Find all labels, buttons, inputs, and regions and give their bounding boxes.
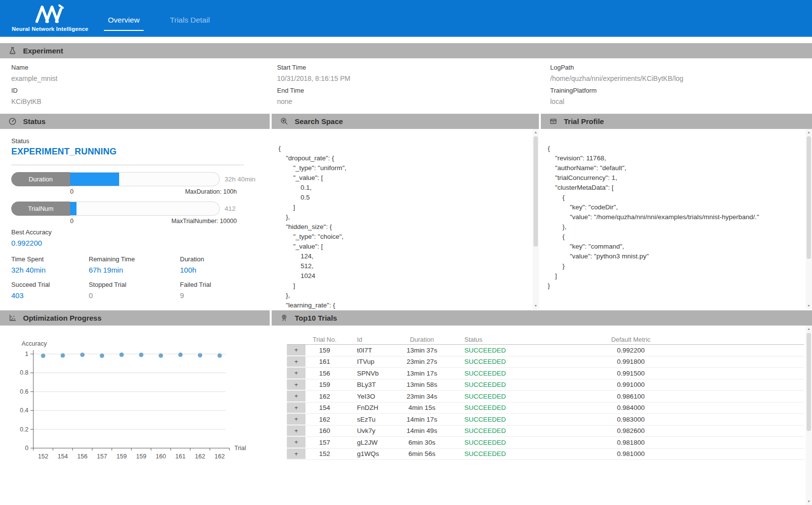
column-header-default-metric: Default Metric bbox=[558, 336, 804, 343]
expand-button[interactable]: + bbox=[287, 379, 305, 391]
top10-scrollbar[interactable]: ▲ ▼ bbox=[806, 326, 812, 505]
expand-button[interactable]: + bbox=[287, 345, 305, 356]
trialnum-progress-fill bbox=[70, 202, 76, 215]
metric-value: 32h 40min bbox=[11, 266, 89, 274]
metric-label: Failed Trial bbox=[180, 281, 211, 288]
experiment-section-header: Experiment bbox=[0, 43, 812, 58]
scroll-down-arrow[interactable]: ▼ bbox=[806, 303, 812, 309]
status-label: Status bbox=[11, 137, 29, 145]
table-row: +160Uvk7y14min 49sSUCCEEDED0.982600 bbox=[287, 426, 804, 437]
y-tick-label: 1 bbox=[25, 351, 28, 357]
trial-id-cell: SPNVb bbox=[344, 370, 399, 377]
metric-label: Remaining Time bbox=[89, 255, 180, 263]
top10-rows: +159t0I7T13min 37sSUCCEEDED0.992200+161I… bbox=[287, 345, 804, 460]
progress-value: 412 bbox=[225, 202, 236, 216]
y-tick-label: 0.8 bbox=[20, 369, 28, 376]
trial-profile-scrollbar[interactable]: ▲ ▼ bbox=[806, 129, 812, 309]
scroll-thumb[interactable] bbox=[807, 136, 811, 259]
search-space-scrollbar[interactable]: ▲ ▼ bbox=[533, 129, 539, 309]
experiment-col-3: LogPath/home/quzha/nni/experiments/KCiBy… bbox=[550, 64, 806, 110]
x-tick-label: 159 bbox=[136, 453, 147, 460]
expand-button[interactable]: + bbox=[287, 391, 305, 402]
field-label: Name bbox=[11, 64, 277, 71]
table-row: +156SPNVb13min 17sSUCCEEDED0.991500 bbox=[287, 368, 804, 379]
expand-button[interactable]: + bbox=[287, 414, 305, 425]
duration-cell: 13min 37s bbox=[399, 347, 455, 354]
trial-no-cell: 156 bbox=[305, 370, 344, 377]
tab-trials-detail[interactable]: Trials Detail bbox=[166, 14, 214, 31]
x-tick-label: 157 bbox=[97, 453, 107, 460]
x-tick-label: 159 bbox=[117, 453, 127, 460]
scroll-up-arrow[interactable]: ▲ bbox=[806, 326, 812, 332]
field-label: Start Time bbox=[277, 64, 550, 71]
metric-cell: 0.991000 bbox=[558, 381, 804, 388]
x-tick-label: 160 bbox=[156, 453, 166, 460]
metric-cell: 0.986100 bbox=[558, 393, 804, 400]
archive-box-icon bbox=[549, 117, 558, 126]
trial-id-cell: Uvk7y bbox=[344, 427, 399, 434]
scroll-thumb[interactable] bbox=[807, 333, 811, 431]
expand-button[interactable]: + bbox=[287, 449, 305, 460]
trial-id-cell: g1WQs bbox=[344, 450, 399, 457]
metric-cell: 0.991500 bbox=[558, 370, 804, 377]
expand-button[interactable]: + bbox=[287, 368, 305, 379]
scroll-up-arrow[interactable]: ▲ bbox=[806, 129, 812, 135]
divider bbox=[11, 165, 244, 165]
x-tick-label: 162 bbox=[195, 453, 205, 460]
scatter-point bbox=[100, 354, 104, 358]
expand-button[interactable]: + bbox=[287, 437, 305, 448]
y-tick-label: 0.4 bbox=[20, 407, 28, 414]
trial-no-cell: 162 bbox=[305, 393, 344, 400]
x-tick-label: 156 bbox=[77, 453, 88, 460]
progress-min: 0 bbox=[70, 218, 74, 225]
scroll-thumb[interactable] bbox=[533, 136, 538, 247]
scroll-down-arrow[interactable]: ▼ bbox=[806, 499, 812, 505]
progress-max: MaxTrialNumber: 10000 bbox=[171, 218, 237, 225]
status-cell: SUCCEEDED bbox=[455, 439, 558, 446]
expand-button[interactable]: + bbox=[287, 426, 305, 437]
trial-no-cell: 159 bbox=[305, 381, 344, 388]
status-cell: SUCCEEDED bbox=[455, 347, 558, 354]
duration-cell: 6min 30s bbox=[399, 439, 455, 446]
section-title: Optimization Progress bbox=[23, 314, 102, 322]
status-cell: SUCCEEDED bbox=[455, 427, 558, 434]
trial-id-cell: BLy3T bbox=[344, 381, 399, 388]
field-label: TrainingPlatform bbox=[550, 87, 806, 94]
nni-logo bbox=[34, 4, 66, 24]
metric-label: Duration bbox=[180, 255, 211, 263]
metric-cell: 0.984000 bbox=[558, 404, 804, 411]
status-cell: SUCCEEDED bbox=[455, 393, 558, 400]
expand-button[interactable]: + bbox=[287, 356, 305, 368]
column-header-duration: Duration bbox=[399, 336, 455, 343]
scatter-point bbox=[41, 354, 46, 358]
field-label: ID bbox=[11, 87, 277, 94]
metric-cell: 0.992200 bbox=[558, 347, 804, 354]
trial-id-cell: sEzTu bbox=[344, 416, 399, 423]
metric-label: Best Accuracy bbox=[11, 228, 51, 236]
x-tick-label: 161 bbox=[176, 453, 186, 460]
table-row: +162YeI3O23min 34sSUCCEEDED0.986100 bbox=[287, 391, 804, 403]
trial-id-cell: YeI3O bbox=[344, 393, 399, 400]
scatter-point bbox=[80, 353, 85, 357]
field-value: local bbox=[550, 98, 806, 105]
scroll-up-arrow[interactable]: ▲ bbox=[533, 129, 539, 135]
scatter-point bbox=[120, 353, 124, 357]
progress-track bbox=[70, 172, 220, 186]
trial-id-cell: ITVup bbox=[344, 358, 399, 365]
trial-no-cell: 154 bbox=[305, 404, 344, 411]
metric-label: Stopped Trial bbox=[89, 281, 180, 288]
table-row: +159t0I7T13min 37sSUCCEEDED0.992200 bbox=[287, 345, 804, 356]
trial-no-cell: 157 bbox=[305, 439, 344, 446]
duration-cell: 23min 34s bbox=[399, 393, 455, 400]
expand-button[interactable]: + bbox=[287, 403, 305, 414]
scatter-point bbox=[218, 354, 222, 358]
top-nav: Neural Network Intelligence Overview Tri… bbox=[0, 0, 812, 37]
scroll-down-arrow[interactable]: ▼ bbox=[533, 303, 539, 309]
experiment-fields: Nameexample_mnist IDKCiBytKB Start Time1… bbox=[11, 64, 806, 110]
duration-cell: 14min 49s bbox=[399, 427, 455, 434]
trial-no-cell: 161 bbox=[305, 358, 344, 365]
tab-overview[interactable]: Overview bbox=[104, 14, 144, 31]
trial-id-cell: FnDZH bbox=[344, 404, 399, 411]
status-metrics: Time Spent32h 40min Remaining Time67h 19… bbox=[11, 255, 211, 300]
status-cell: SUCCEEDED bbox=[455, 370, 558, 377]
